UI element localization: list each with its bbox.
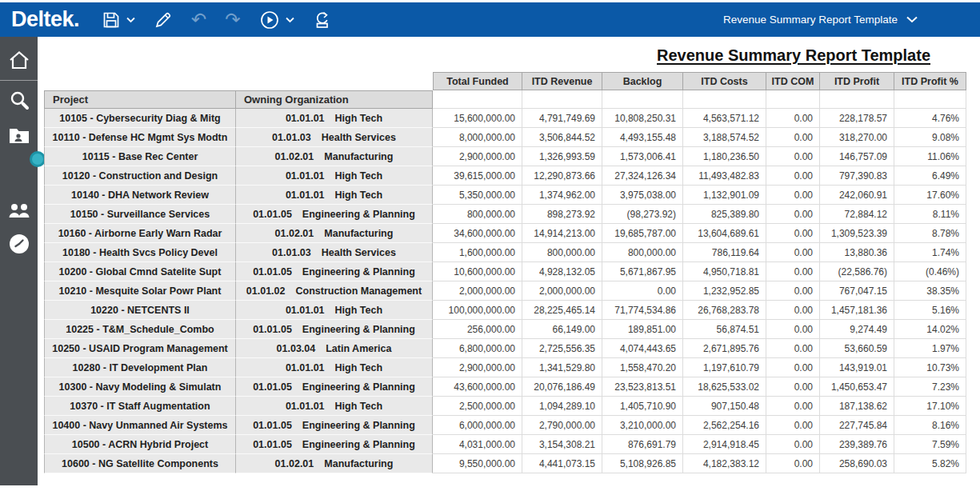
value-cell: 6,800,000.00 bbox=[433, 339, 522, 358]
value-cell: 3,975,038.00 bbox=[602, 186, 683, 205]
column-header-backlog: Backlog bbox=[602, 72, 683, 90]
blank-cell bbox=[894, 90, 966, 109]
value-cell: 2,562,254.16 bbox=[683, 416, 766, 435]
value-cell: 228,178.57 bbox=[820, 109, 894, 128]
value-cell: 0.00 bbox=[766, 397, 820, 416]
owning-organization-cell: 01.01.03Health Services bbox=[236, 128, 433, 147]
org-code: 01.01.05 bbox=[253, 324, 292, 335]
value-cell: 0.00 bbox=[766, 205, 820, 224]
edit-button[interactable] bbox=[154, 10, 173, 30]
value-cell: 1,341,529.80 bbox=[522, 358, 602, 377]
undo-icon: ↶ bbox=[191, 10, 206, 29]
value-cell: 43,600,000.00 bbox=[433, 377, 522, 397]
value-cell: 1.74% bbox=[894, 243, 966, 262]
value-cell: 258,690.03 bbox=[820, 454, 894, 473]
value-cell: 3,154,308.21 bbox=[522, 435, 602, 454]
project-cell: 10150 - Surveillance Services bbox=[44, 205, 236, 224]
sidebar-item-home[interactable] bbox=[0, 48, 38, 75]
value-cell: 0.00 bbox=[766, 147, 820, 166]
value-cell: 189,851.00 bbox=[602, 320, 683, 339]
value-cell: 20,076,186.49 bbox=[522, 377, 602, 397]
value-cell: 0.00 bbox=[766, 320, 820, 339]
value-cell: 9,550,000.00 bbox=[433, 454, 522, 473]
undo-button[interactable]: ↶ bbox=[191, 10, 206, 29]
value-cell: 8.11% bbox=[894, 205, 966, 224]
run-dropdown-chevron-icon[interactable] bbox=[286, 17, 294, 23]
export-button[interactable] bbox=[313, 10, 332, 30]
value-cell: 4,563,571.12 bbox=[683, 109, 766, 128]
org-code: 01.02.01 bbox=[275, 228, 314, 239]
sidebar-item-people[interactable] bbox=[0, 198, 38, 226]
value-cell: 0.00 bbox=[766, 416, 820, 435]
project-cell: 10160 - Airborne Early Warn Radar bbox=[44, 224, 236, 243]
value-cell: 1,450,653.47 bbox=[820, 377, 894, 397]
project-cell: 10300 - Navy Modeling & Simulatn bbox=[44, 377, 236, 397]
org-name: Engineering & Planning bbox=[302, 324, 415, 335]
run-button[interactable] bbox=[259, 10, 294, 30]
org-code: 01.01.05 bbox=[253, 209, 292, 220]
value-cell: 15,600,000.00 bbox=[433, 109, 522, 128]
value-cell: 3,188,574.52 bbox=[683, 128, 766, 147]
run-icon bbox=[259, 10, 280, 30]
home-icon bbox=[8, 50, 30, 74]
blank-cell bbox=[522, 90, 602, 109]
column-header-itd-profit-pct: ITD Profit % bbox=[894, 72, 966, 90]
value-cell: 0.00 bbox=[766, 128, 820, 147]
project-cell: 10120 - Construction and Design bbox=[44, 166, 236, 186]
value-cell: 11.06% bbox=[894, 147, 966, 166]
project-cell: 10220 - NETCENTS II bbox=[44, 301, 236, 320]
owning-organization-cell: 01.01.01High Tech bbox=[236, 301, 433, 320]
value-cell: 0.00 bbox=[766, 186, 820, 205]
owning-organization-cell: 01.01.05Engineering & Planning bbox=[236, 435, 433, 454]
save-dropdown-chevron-icon[interactable] bbox=[126, 17, 135, 23]
org-name: Manufacturing bbox=[324, 458, 393, 469]
project-cell: 10105 - Cybersecurity Diag & Mitg bbox=[44, 109, 236, 128]
org-name: Health Services bbox=[322, 132, 396, 143]
column-header-itd-profit: ITD Profit bbox=[820, 72, 894, 90]
value-cell: 0.00 bbox=[766, 262, 820, 281]
owning-organization-cell: 01.01.05Engineering & Planning bbox=[236, 377, 433, 397]
value-cell: 876,691.79 bbox=[602, 435, 683, 454]
owning-organization-cell: 01.01.02Construction Management bbox=[236, 281, 433, 301]
value-cell: 2,000,000.00 bbox=[522, 281, 602, 301]
redo-button[interactable]: ↷ bbox=[225, 10, 240, 29]
sidebar-item-search[interactable] bbox=[0, 88, 38, 115]
org-name: High Tech bbox=[335, 170, 383, 182]
value-cell: 5.16% bbox=[894, 301, 966, 320]
org-name: High Tech bbox=[335, 305, 383, 316]
value-cell: 1,405,710.90 bbox=[602, 397, 683, 416]
value-cell: 187,138.62 bbox=[820, 397, 894, 416]
value-cell: 27,324,126.34 bbox=[602, 166, 683, 186]
org-code: 01.01.03 bbox=[272, 247, 311, 258]
owning-organization-cell: 01.01.05Engineering & Planning bbox=[236, 262, 433, 281]
project-cell: 10110 - Defense HC Mgmt Sys Modtn bbox=[44, 128, 236, 147]
value-cell: 786,119.64 bbox=[683, 243, 766, 262]
people-icon bbox=[8, 202, 30, 222]
edit-icon bbox=[154, 10, 173, 30]
value-cell: 0.00 bbox=[766, 358, 820, 377]
sidebar-item-recent[interactable] bbox=[0, 232, 38, 259]
value-cell: 72,884.12 bbox=[820, 205, 894, 224]
value-cell: 6.49% bbox=[894, 166, 966, 186]
value-cell: 4,441,073.15 bbox=[522, 454, 602, 473]
sidebar-divider bbox=[0, 80, 38, 81]
value-cell: 1,309,523.39 bbox=[820, 224, 894, 243]
column-header-itd-costs: ITD Costs bbox=[683, 72, 766, 90]
value-cell: 797,390.83 bbox=[820, 166, 894, 186]
top-toolbar: Deltek. bbox=[0, 2, 980, 37]
value-cell: 39,615,000.00 bbox=[433, 166, 522, 186]
save-button[interactable] bbox=[102, 10, 135, 30]
project-cell: 10115 - Base Rec Center bbox=[44, 147, 236, 166]
project-cell: 10180 - Health Svcs Policy Devel bbox=[44, 243, 236, 262]
org-code: 01.01.01 bbox=[286, 401, 325, 412]
value-cell: 1,457,181.36 bbox=[820, 301, 894, 320]
project-cell: 10280 - IT Development Plan bbox=[44, 358, 236, 377]
sidebar-item-employee[interactable] bbox=[0, 123, 38, 150]
sidebar-slide-handle[interactable] bbox=[30, 151, 46, 167]
value-cell: 0.00 bbox=[766, 339, 820, 358]
value-cell: 10.73% bbox=[894, 358, 966, 377]
project-cell: 10600 - NG Satellite Components bbox=[44, 454, 236, 473]
owning-organization-cell: 01.01.01High Tech bbox=[236, 166, 433, 186]
value-cell: 66,149.00 bbox=[522, 320, 602, 339]
template-selector[interactable]: Revenue Summary Report Template bbox=[723, 14, 918, 26]
